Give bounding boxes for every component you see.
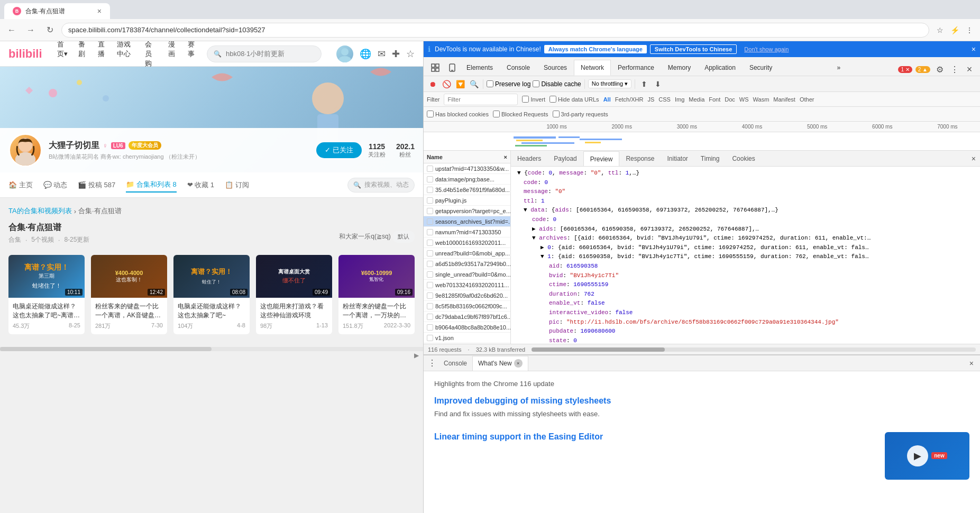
nav-anime[interactable]: 番剧 [76, 41, 89, 70]
subnav-videos[interactable]: 🎬 投稿 587 [78, 178, 115, 192]
request-item-5[interactable]: getappversion?target=pc_e... [424, 206, 510, 216]
nav-esports[interactable]: 赛事 [186, 41, 198, 70]
checkbox-3[interactable] [427, 187, 433, 193]
subnav-collections[interactable]: 📁 合集和列表 8 [126, 178, 176, 193]
disable-cache-input[interactable] [533, 80, 539, 87]
filter-doc[interactable]: Doc [725, 96, 735, 103]
checkbox-16[interactable] [427, 324, 433, 331]
tab-elements[interactable]: Elements [460, 60, 500, 76]
preserve-log-input[interactable] [487, 80, 493, 87]
tab-security[interactable]: Security [743, 60, 779, 76]
subnav-subscriptions[interactable]: 📋 订阅 [225, 178, 249, 192]
refresh-btn[interactable]: ↻ [42, 23, 57, 38]
nav-icon-mail[interactable]: ✉ [378, 48, 386, 60]
match-language-btn[interactable]: Always match Chrome's language [544, 45, 647, 53]
detail-tab-headers[interactable]: Headers [511, 151, 547, 166]
request-item-10[interactable]: a6d51b89c93517a72949b0... [424, 259, 510, 269]
more-options-icon[interactable]: ⋮ [948, 63, 961, 76]
scroll-arrow[interactable]: ▶ [0, 351, 423, 360]
checkbox-15[interactable] [427, 314, 433, 320]
nav-live[interactable]: 直播 [96, 41, 108, 70]
tab-more[interactable]: » [830, 60, 847, 76]
filter-btn[interactable]: 🔽 [454, 78, 466, 90]
devtools-close-icon[interactable]: × [963, 63, 976, 76]
has-blocked-cookies-checkbox[interactable]: Has blocked cookies [427, 111, 489, 117]
tab-performance[interactable]: Performance [611, 60, 661, 76]
checkbox-14[interactable] [427, 303, 433, 309]
video-card-3[interactable]: 离谱？实用！ 蛙住了！ 08:08 电脑桌还能做成这样？这也太抽象了吧~ 104… [173, 255, 250, 334]
filter-all-btn[interactable]: All [603, 96, 611, 103]
search-input[interactable] [226, 50, 315, 58]
breadcrumb-parent[interactable]: TA的合集和视频列表 [8, 206, 72, 216]
checkbox-5[interactable] [427, 208, 433, 214]
third-party-checkbox[interactable]: 3rd-party requests [553, 111, 608, 117]
subnav-dynamic[interactable]: 💬 动态 [43, 178, 68, 192]
back-btn[interactable]: ← [4, 23, 19, 38]
filter-manifest[interactable]: Manifest [773, 96, 795, 103]
request-item-8[interactable]: web10000161693202011... [424, 237, 510, 248]
request-item-1[interactable]: upstat?mid=471303350&w... [424, 163, 510, 174]
third-party-input[interactable] [553, 111, 560, 117]
default-button[interactable]: 默认 [392, 231, 415, 243]
request-item-9[interactable]: unread?build=0&mobi_app... [424, 248, 510, 259]
video-card-2[interactable]: ¥400-4000 这也客制！ 12:42 粉丝客来的键盘一个比一个离谱，AK音… [91, 255, 167, 334]
nav-shop[interactable]: 会员购 [143, 41, 160, 70]
filter-ws[interactable]: WS [739, 96, 749, 103]
blocked-requests-input[interactable] [493, 111, 500, 117]
filter-media[interactable]: Media [689, 96, 704, 103]
forward-btn[interactable]: → [23, 23, 38, 38]
switch-devtools-btn[interactable]: Switch DevTools to Chinese [650, 44, 737, 54]
json-archive-0-expand[interactable]: ▶ 0: {aid: 660165364, bvid: "BV1Jh4y1U79… [513, 243, 978, 253]
filter-css[interactable]: CSS [658, 96, 671, 103]
disable-cache-checkbox[interactable]: Disable cache [533, 80, 581, 88]
request-item-6[interactable]: seasons_archives_list?mid=... [424, 216, 510, 227]
bilibili-search[interactable]: 🔍 [207, 45, 322, 62]
request-item-16[interactable]: b9064a408bc8a8b20b8e10... [424, 322, 510, 333]
bookmark-icon[interactable]: ☆ [933, 24, 946, 36]
whats-new-item-2-title[interactable]: Linear timing support in the Easing Edit… [434, 432, 876, 442]
user-avatar[interactable] [336, 45, 353, 62]
subnav-home[interactable]: 🏠 主页 [8, 178, 33, 192]
filter-input[interactable] [444, 94, 518, 105]
filter-wasm[interactable]: Wasm [753, 96, 770, 103]
devtools-inspect-btn[interactable] [426, 60, 445, 76]
close-detail-btn[interactable]: × [504, 154, 507, 160]
clear-btn[interactable]: 🚫 [441, 78, 452, 90]
detail-tab-cookies[interactable]: Cookies [726, 151, 761, 166]
has-blocked-cookies-input[interactable] [427, 111, 434, 117]
detail-tab-payload[interactable]: Payload [547, 151, 583, 166]
tab-application[interactable]: Application [698, 60, 743, 76]
checkbox-10[interactable] [427, 261, 433, 267]
nav-home[interactable]: 首页▾ [55, 41, 70, 70]
throttle-select[interactable]: No throttling ▾ [588, 79, 631, 88]
checkbox-1[interactable] [427, 166, 433, 172]
request-item-7[interactable]: navnum?mid=471303350 [424, 227, 510, 237]
checkbox-17[interactable] [427, 335, 433, 341]
bottom-tab-whatsnew[interactable]: What's New × [472, 356, 528, 371]
page-scrollbar[interactable] [0, 347, 423, 351]
filter-other[interactable]: Other [800, 96, 814, 103]
request-item-3[interactable]: 35.d4b51e8e7691f9fa680d... [424, 185, 510, 195]
tab-network[interactable]: Network [574, 60, 611, 76]
request-item-15[interactable]: dc79daba1c9bf67f897bf1c6... [424, 312, 510, 322]
detail-tab-initiator[interactable]: Initiator [661, 151, 694, 166]
infobar-close-btn[interactable]: × [972, 45, 976, 53]
menu-icon[interactable]: ⋮ [963, 24, 976, 36]
hide-data-urls-input[interactable] [549, 96, 556, 103]
tab-close-btn[interactable]: × [97, 7, 102, 15]
detail-tab-preview[interactable]: Preview [583, 151, 620, 166]
blocked-requests-checkbox[interactable]: Blocked Requests [493, 111, 548, 117]
tab-sources[interactable]: Sources [537, 60, 574, 76]
import-btn[interactable]: ⬆ [638, 78, 650, 90]
request-item-4[interactable]: payPlugin.js [424, 195, 510, 206]
request-item-12[interactable]: web701332416932020111... [424, 280, 510, 290]
preserve-log-checkbox[interactable]: Preserve log [487, 80, 530, 88]
json-data-archives[interactable]: ▼ archives: [{aid: 660165364, bvid: "BV1… [513, 234, 978, 243]
detail-close-btn[interactable]: × [967, 151, 980, 166]
search-btn[interactable]: 🔍 [468, 78, 480, 90]
network-scrollbar[interactable] [532, 347, 976, 352]
checkbox-7[interactable] [427, 229, 433, 235]
hide-data-urls-checkbox[interactable]: Hide data URLs [549, 96, 599, 103]
bottom-panel-menu-icon[interactable]: ⋮ [426, 356, 438, 371]
follow-button[interactable]: ✓ 已关注 [316, 142, 362, 158]
